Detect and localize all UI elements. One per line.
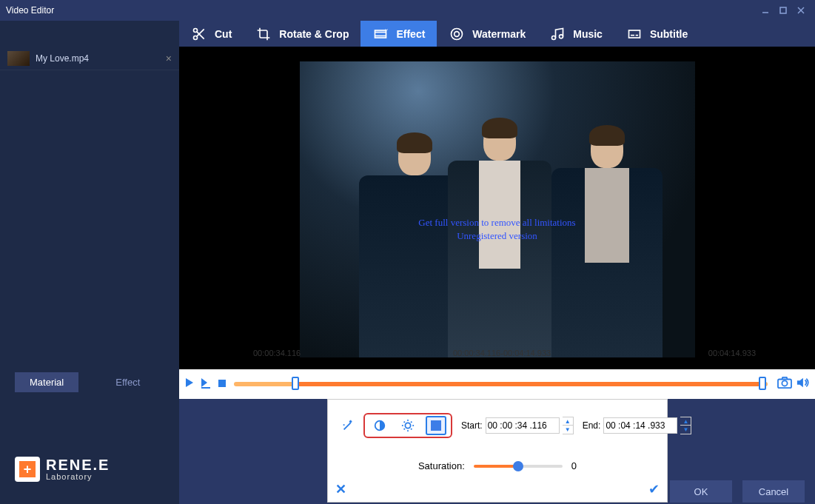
svg-line-33 [411, 429, 412, 429]
tool-label: Watermark [472, 28, 526, 40]
sidebar-header [0, 21, 179, 47]
brightness-button[interactable] [398, 416, 418, 435]
range-end-handle[interactable] [759, 377, 766, 390]
effect-highlight-box [363, 413, 452, 438]
subtitle-icon [626, 26, 643, 42]
maximize-button[interactable] [775, 4, 791, 17]
logo-badge: + [15, 457, 40, 482]
range-start-handle[interactable] [292, 377, 299, 390]
panel-confirm-icon[interactable]: ✔ [648, 481, 660, 497]
file-close-icon[interactable]: × [166, 53, 172, 64]
slider-thumb[interactable] [513, 461, 523, 471]
svg-point-4 [194, 28, 198, 32]
logo-name: RENE.E [46, 457, 110, 472]
svg-point-5 [194, 36, 198, 39]
tool-rotate-crop[interactable]: Rotate & Crop [244, 21, 360, 47]
crop-icon [255, 26, 272, 42]
volume-button[interactable] [796, 377, 809, 392]
spinner-up-icon: ▲ [680, 417, 691, 426]
svg-rect-15 [628, 30, 640, 38]
titlebar: Video Editor [0, 0, 815, 21]
svg-point-14 [560, 34, 563, 38]
svg-line-35 [411, 422, 412, 423]
saturation-label: Saturation: [418, 460, 465, 471]
panel-cancel-icon[interactable]: ✕ [335, 481, 346, 497]
saturation-value: 0 [571, 460, 577, 471]
step-frame-button[interactable] [200, 377, 213, 392]
svg-point-11 [452, 28, 463, 39]
filmstrip-icon [372, 26, 389, 42]
magic-wand-button[interactable] [341, 416, 355, 435]
svg-marker-18 [186, 378, 193, 387]
start-time-input[interactable] [486, 417, 560, 434]
start-spinner[interactable]: ▲▼ [563, 417, 574, 434]
tool-label: Subtitle [650, 28, 688, 40]
tab-material[interactable]: Material [15, 372, 78, 392]
file-item[interactable]: My Love.mp4 × [0, 47, 179, 70]
svg-rect-1 [780, 7, 786, 13]
watermark-line1: Get full version to remove all limitatio… [300, 217, 695, 229]
effect-panel: Start: ▲▼ End: ▲▼ Saturation: 0 [327, 399, 668, 503]
svg-line-32 [404, 422, 405, 423]
watermark-icon [449, 26, 465, 42]
minimize-button[interactable] [757, 4, 774, 17]
time-end: 00:04:14.933 [708, 349, 756, 359]
svg-line-34 [404, 429, 405, 429]
file-thumbnail [7, 51, 30, 66]
music-icon [549, 26, 566, 42]
timeline: 00:00:34.116 00:00:34.116-00:04:14.933 0… [179, 369, 815, 399]
start-label: Start: [461, 420, 483, 431]
end-spinner[interactable]: ▲▼ [680, 417, 691, 434]
logo-sub: Laboratory [46, 472, 110, 481]
end-label: End: [583, 420, 601, 431]
spinner-down-icon: ▼ [563, 426, 573, 434]
spinner-down-icon: ▼ [680, 426, 691, 434]
svg-point-12 [455, 31, 460, 36]
preview-area: Get full version to remove all limitatio… [179, 47, 815, 369]
bottom-area: Start: ▲▼ End: ▲▼ Saturation: 0 [179, 399, 815, 504]
svg-rect-36 [431, 420, 441, 431]
plus-icon: + [19, 461, 36, 477]
tool-effect[interactable]: Effect [360, 21, 437, 47]
tool-label: Music [573, 28, 603, 40]
toolbar: Cut Rotate & Crop Effect Watermark Music… [179, 21, 815, 47]
time-range: 00:00:34.116-00:04:14.933 [453, 349, 551, 359]
tool-subtitle[interactable]: Subtitle [614, 21, 700, 47]
saturation-slider[interactable] [474, 465, 563, 468]
sidebar: My Love.mp4 × Material Effect + RENE.E L… [0, 47, 179, 504]
end-time-input[interactable] [603, 417, 677, 434]
cancel-button[interactable]: Cancel [742, 480, 805, 503]
spinner-up-icon: ▲ [563, 417, 573, 426]
svg-point-27 [405, 423, 410, 428]
video-frame[interactable]: Get full version to remove all limitatio… [300, 61, 695, 357]
svg-point-23 [782, 380, 787, 386]
scissors-icon [191, 26, 207, 42]
stop-button[interactable] [218, 377, 227, 391]
tab-effect[interactable]: Effect [101, 372, 155, 392]
svg-rect-21 [218, 380, 226, 387]
play-button[interactable] [184, 377, 195, 392]
tool-cut[interactable]: Cut [179, 21, 244, 47]
brand-logo: + RENE.E Laboratory [15, 457, 110, 482]
svg-marker-19 [201, 378, 207, 387]
svg-line-25 [344, 423, 351, 429]
contrast-button[interactable] [369, 416, 390, 435]
timeline-track[interactable] [234, 382, 768, 386]
snapshot-button[interactable] [777, 376, 793, 392]
tool-music[interactable]: Music [537, 21, 614, 47]
watermark-line2: Unregistered version [300, 230, 695, 242]
file-name: My Love.mp4 [36, 53, 89, 64]
close-button[interactable] [793, 4, 809, 17]
tool-label: Effect [396, 28, 425, 40]
svg-point-13 [552, 36, 556, 39]
tool-watermark[interactable]: Watermark [437, 21, 537, 47]
svg-rect-8 [375, 30, 386, 38]
app-title: Video Editor [6, 5, 54, 16]
svg-marker-24 [797, 378, 803, 387]
svg-rect-20 [201, 387, 210, 389]
saturation-button[interactable] [426, 416, 446, 435]
tool-label: Rotate & Crop [279, 28, 349, 40]
time-current: 00:00:34.116 [253, 349, 301, 359]
ok-button[interactable]: OK [670, 480, 732, 503]
tool-label: Cut [215, 28, 232, 40]
